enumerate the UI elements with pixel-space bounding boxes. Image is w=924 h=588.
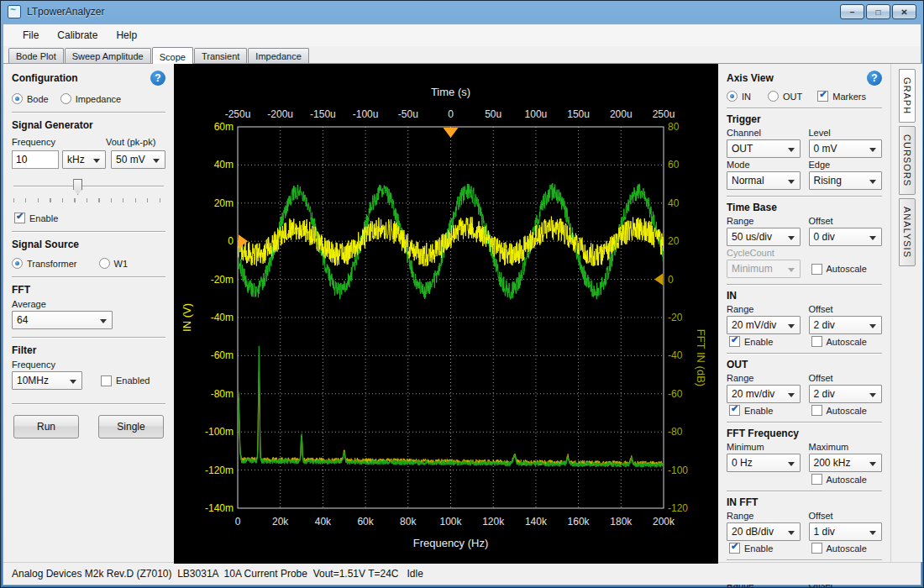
fft-average-value: 64 bbox=[17, 314, 28, 326]
in-tick-label: 0 bbox=[228, 235, 234, 247]
config-panel: Configuration ? Bode Impedance Signal Ge… bbox=[3, 64, 174, 562]
side-tab-analysis[interactable]: ANALYSIS bbox=[899, 198, 916, 266]
timebase-autoscale-label: Autoscale bbox=[827, 264, 867, 274]
markers-checkbox[interactable] bbox=[817, 91, 828, 102]
axis-out-radio[interactable] bbox=[768, 91, 779, 102]
frequency-unit-select[interactable]: kHz bbox=[62, 150, 106, 169]
divider bbox=[727, 422, 882, 423]
fft-tick-label: 40 bbox=[668, 197, 680, 209]
fft-frequency-header: FFT Frequency bbox=[727, 428, 882, 439]
in-fft-autoscale-checkbox[interactable] bbox=[811, 543, 822, 554]
chevron-down-icon bbox=[869, 148, 876, 152]
app-icon bbox=[8, 5, 21, 18]
menu-calibrate[interactable]: Calibrate bbox=[48, 26, 107, 45]
in-tick-label: -120m bbox=[205, 465, 234, 476]
help-icon[interactable]: ? bbox=[867, 71, 882, 86]
fft-min-select[interactable]: 0 Hz bbox=[727, 454, 801, 472]
timebase-offset-select[interactable]: 0 div bbox=[809, 228, 883, 246]
app-window: LTpowerAnalyzer – □ ✕ File Calibrate Hel… bbox=[0, 0, 924, 588]
trigger-level-select[interactable]: 0 mV bbox=[809, 139, 883, 158]
run-button[interactable]: Run bbox=[13, 415, 79, 438]
help-icon[interactable]: ? bbox=[150, 71, 165, 86]
side-tab-cursors[interactable]: CURSORS bbox=[899, 126, 916, 195]
transformer-radio[interactable] bbox=[12, 258, 23, 269]
trigger-channel-select[interactable]: OUT bbox=[727, 139, 801, 158]
title-bar[interactable]: LTpowerAnalyzer – □ ✕ bbox=[3, 0, 921, 24]
in-autoscale-checkbox[interactable] bbox=[811, 336, 822, 347]
fft-tick-label: -40 bbox=[668, 349, 683, 361]
chevron-down-icon bbox=[788, 462, 795, 466]
maximize-button[interactable]: □ bbox=[866, 4, 890, 19]
frequency-input[interactable] bbox=[12, 150, 59, 169]
tab-transient[interactable]: Transient bbox=[194, 48, 247, 63]
trigger-edge-label: Edge bbox=[809, 160, 883, 170]
status-text: Analog Devices M2k Rev.D (Z7010) LB3031A… bbox=[12, 568, 423, 580]
frequency-slider[interactable] bbox=[12, 179, 165, 196]
out-range-label: Range bbox=[727, 373, 801, 383]
frequency-tick-label: 40k bbox=[315, 516, 332, 528]
timebase-range-select[interactable]: 50 us/div bbox=[727, 228, 801, 246]
chevron-down-icon bbox=[100, 319, 107, 323]
w1-radio[interactable] bbox=[99, 258, 110, 269]
chevron-down-icon bbox=[788, 268, 795, 272]
timebase-autoscale-checkbox[interactable] bbox=[811, 264, 822, 275]
out-enable-checkbox[interactable] bbox=[729, 405, 740, 416]
chevron-down-icon bbox=[70, 380, 76, 384]
chevron-down-icon bbox=[788, 531, 795, 535]
cyclecount-value: Minimum bbox=[732, 263, 773, 275]
bode-radio[interactable] bbox=[12, 93, 23, 104]
frequency-axis-title: Frequency (Hz) bbox=[413, 537, 489, 549]
out-range-select[interactable]: 20 mv/div bbox=[727, 385, 801, 403]
side-tab-graph[interactable]: GRAPH bbox=[899, 69, 916, 123]
in-tick-label: -60m bbox=[211, 349, 234, 361]
in-tick-label: 60m bbox=[214, 121, 234, 133]
in-range-select[interactable]: 20 mV/div bbox=[727, 316, 801, 334]
time-tick-label: 150u bbox=[567, 108, 590, 120]
in-autoscale-label: Autoscale bbox=[827, 337, 867, 347]
tab-bode-plot[interactable]: Bode Plot bbox=[8, 48, 64, 63]
close-button[interactable]: ✕ bbox=[892, 4, 916, 19]
time-tick-label: -50u bbox=[398, 108, 418, 120]
menu-help[interactable]: Help bbox=[107, 26, 146, 45]
in-fft-range-select[interactable]: 20 dB/div bbox=[727, 522, 801, 541]
in-range-label: Range bbox=[727, 304, 801, 314]
out-autoscale-label: Autoscale bbox=[827, 406, 867, 416]
time-tick-label: 0 bbox=[448, 108, 454, 120]
minimize-button[interactable]: – bbox=[840, 4, 864, 19]
tab-sweep-amplitude[interactable]: Sweep Amplitude bbox=[65, 48, 151, 63]
slider-thumb[interactable] bbox=[73, 179, 82, 195]
impedance-radio[interactable] bbox=[60, 93, 71, 104]
tab-impedance[interactable]: Impedance bbox=[248, 48, 308, 63]
menu-file[interactable]: File bbox=[13, 26, 48, 45]
fft-average-select[interactable]: 64 bbox=[12, 311, 113, 329]
divider bbox=[12, 276, 165, 278]
out-offset-label: Offset bbox=[809, 373, 883, 383]
filter-enabled-checkbox[interactable] bbox=[101, 375, 112, 386]
in-range-value: 20 mV/div bbox=[732, 319, 776, 331]
in-enable-checkbox[interactable] bbox=[729, 336, 740, 347]
fft-max-select[interactable]: 200 kHz bbox=[809, 454, 883, 472]
tab-scope[interactable]: Scope bbox=[152, 47, 193, 64]
generator-enable-checkbox[interactable] bbox=[14, 213, 25, 223]
fft-frequency-autoscale-checkbox[interactable] bbox=[811, 474, 822, 485]
filter-frequency-select[interactable]: 10MHz bbox=[12, 371, 82, 390]
in-offset-select[interactable]: 2 div bbox=[809, 316, 883, 334]
scope-plot-area[interactable]: Time (s)Frequency (Hz)IN (V)FFT IN (dB)-… bbox=[174, 64, 718, 562]
vout-select[interactable]: 50 mV bbox=[111, 150, 165, 169]
fft-frequency-autoscale-label: Autoscale bbox=[827, 475, 867, 485]
divider bbox=[12, 112, 165, 113]
divider bbox=[727, 108, 882, 109]
slider-ticks bbox=[13, 198, 164, 202]
in-fft-offset-select[interactable]: 1 div bbox=[809, 522, 883, 541]
out-offset-select[interactable]: 2 div bbox=[809, 385, 883, 403]
in-fft-enable-checkbox[interactable] bbox=[729, 543, 740, 554]
out-autoscale-checkbox[interactable] bbox=[811, 405, 822, 416]
in-fft-offset-value: 1 div bbox=[814, 526, 835, 538]
trigger-edge-select[interactable]: Rising bbox=[809, 171, 883, 190]
divider bbox=[727, 491, 882, 492]
axis-in-radio[interactable] bbox=[727, 91, 738, 102]
chevron-down-icon bbox=[869, 393, 876, 397]
frequency-tick-label: 60k bbox=[357, 516, 374, 528]
single-button[interactable]: Single bbox=[98, 415, 164, 438]
trigger-mode-select[interactable]: Normal bbox=[727, 171, 801, 190]
